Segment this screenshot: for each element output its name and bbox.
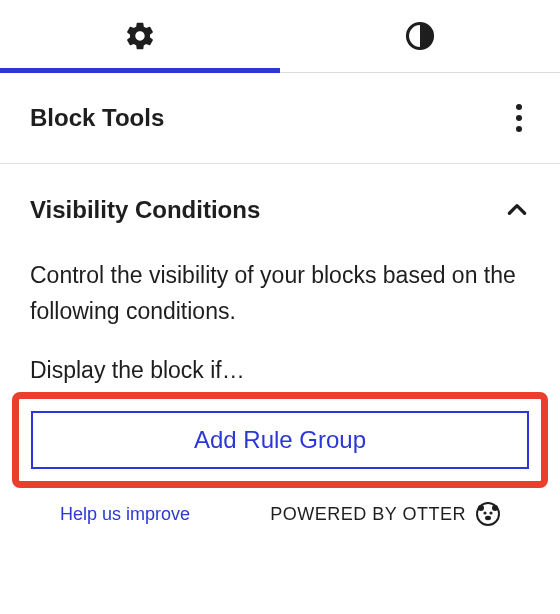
svg-point-4: [483, 512, 486, 515]
highlight-annotation: Add Rule Group: [12, 392, 548, 488]
tab-styles[interactable]: [280, 0, 560, 72]
gear-icon: [124, 20, 156, 52]
svg-point-6: [485, 516, 491, 520]
svg-point-3: [492, 505, 498, 511]
visibility-conditions-panel: Visibility Conditions Control the visibi…: [0, 164, 560, 546]
tab-settings[interactable]: [0, 0, 280, 72]
block-tools-section: Block Tools: [0, 73, 560, 164]
add-rule-group-button[interactable]: Add Rule Group: [31, 411, 529, 469]
svg-point-2: [478, 505, 484, 511]
help-us-improve-link[interactable]: Help us improve: [60, 504, 190, 525]
powered-by-otter: POWERED BY OTTER: [270, 502, 500, 526]
visibility-description: Control the visibility of your blocks ba…: [30, 258, 530, 329]
panel-footer: Help us improve POWERED BY OTTER: [30, 494, 530, 526]
block-tools-header: Block Tools: [30, 73, 530, 163]
visibility-prompt: Display the block if…: [30, 357, 530, 384]
visibility-title: Visibility Conditions: [30, 196, 260, 224]
inspector-tabs: [0, 0, 560, 73]
visibility-panel-toggle[interactable]: Visibility Conditions: [0, 164, 560, 256]
more-options-button[interactable]: [508, 96, 530, 140]
visibility-panel-body: Control the visibility of your blocks ba…: [0, 258, 560, 546]
powered-label: POWERED BY OTTER: [270, 504, 466, 525]
block-tools-title: Block Tools: [30, 104, 164, 132]
otter-logo-icon: [476, 502, 500, 526]
chevron-up-icon: [504, 197, 530, 223]
contrast-icon: [405, 21, 435, 51]
svg-point-5: [489, 512, 492, 515]
add-rule-group-label: Add Rule Group: [194, 426, 366, 454]
